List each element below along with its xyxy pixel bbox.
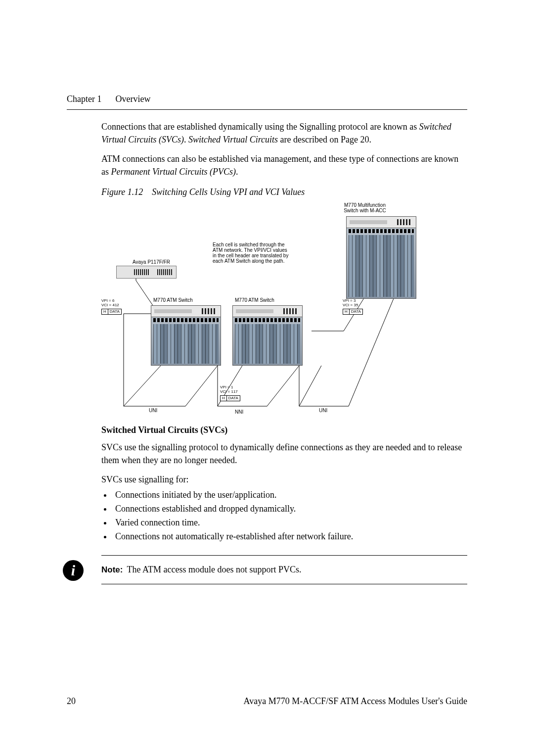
paragraph-2: ATM connections can also be established …	[101, 153, 467, 178]
label-line: M770 Multifunction	[330, 202, 400, 208]
section-heading-svcs: Switched Virtual Circuits (SVCs)	[101, 425, 467, 435]
list-item: Connections not automatically re-establi…	[112, 530, 467, 544]
cell-data: DATA	[350, 309, 363, 315]
figure-caption: Figure 1.12 Switching Cells Using VPI an…	[101, 187, 467, 197]
italic-term: Switched Virtual Circuits	[188, 135, 278, 144]
text-segment: .	[184, 135, 188, 144]
switch-1-label: M770 ATM Switch	[153, 297, 193, 303]
svc-paragraph-1: SVCs use the signalling protocol to dyna…	[101, 441, 467, 467]
cell-h: H	[220, 395, 227, 401]
cell-box-left: HDATA	[101, 309, 122, 315]
document-title: Avaya M770 M-ACCF/SF ATM Access Modules …	[244, 696, 467, 707]
list-item: Connections initiated by the user/applic…	[112, 488, 467, 502]
figure-title: Switching Cells Using VPI and VCI Values	[152, 187, 305, 197]
note-label: Note:	[101, 565, 123, 575]
label-line: Switch with M-ACC	[330, 208, 400, 213]
cell-h: H	[101, 309, 108, 315]
cell-data: DATA	[227, 395, 240, 401]
page-header: Chapter 1 Overview	[67, 94, 467, 110]
label-line: ATM network. The VPI/VCI values	[213, 247, 288, 253]
page-number: 20	[67, 696, 76, 707]
info-icon: i	[63, 560, 84, 581]
note-block: i Note: The ATM access module does not s…	[101, 555, 467, 584]
uni-label-2: UNI	[319, 408, 327, 413]
atm-switch-icon	[232, 305, 303, 366]
label-line: each ATM Switch along the path.	[213, 258, 288, 264]
cell-box-mid: HDATA	[220, 395, 240, 401]
vpi-right-label: VPI = 3 VCI = 35	[343, 299, 358, 307]
chapter-title: Overview	[115, 94, 150, 104]
label-line: in the cell header are translated by	[213, 253, 288, 258]
label-line: VCI = 117	[220, 390, 238, 394]
avaya-label: Avaya P117F/FR	[133, 259, 170, 265]
label-line: VCI = 412	[101, 303, 119, 307]
svg-line-2	[185, 366, 218, 406]
paragraph-1: Connections that are established dynamic…	[101, 121, 467, 146]
figure-number: Figure 1.12	[101, 187, 143, 197]
chapter-label: Chapter 1	[67, 94, 101, 104]
text-segment: .	[236, 167, 238, 177]
page-footer: 20 Avaya M770 M-ACCF/SF ATM Access Modul…	[67, 696, 467, 707]
text-segment: Connections that are established dynamic…	[101, 122, 419, 132]
svg-line-6	[267, 366, 299, 406]
atm-switch-icon	[151, 305, 221, 366]
figure-1-12: M770 Multifunction Switch with M-ACC Eac…	[101, 202, 423, 415]
vpi-left-label: VPI = 6 VCI = 412	[101, 299, 119, 307]
vpi-mid-label: VPI = 1 VCI = 117	[220, 385, 238, 394]
note-text: The ATM access module does not support P…	[127, 565, 301, 575]
m770-multifunction-switch-icon	[346, 216, 416, 299]
nni-label: NNI	[235, 409, 243, 415]
italic-term: Permanent Virtual Circuits (PVCs)	[111, 167, 236, 177]
text-segment: are described on Page 20.	[278, 135, 371, 144]
cell-h: H	[343, 309, 350, 315]
cell-data: DATA	[108, 309, 122, 315]
cell-box-right: HDATA	[343, 309, 363, 315]
uni-label: UNI	[149, 408, 157, 413]
svg-line-10	[299, 366, 321, 406]
label-line: Each cell is switched through the	[213, 242, 288, 247]
svc-paragraph-2: SVCs use signalling for:	[101, 473, 467, 486]
label-line: VCI = 35	[343, 303, 358, 307]
diagram-description: Each cell is switched through the ATM ne…	[213, 242, 288, 264]
svc-bullet-list: Connections initiated by the user/applic…	[101, 488, 467, 544]
list-item: Varied connection time.	[112, 516, 467, 530]
station-icon	[116, 266, 177, 279]
m770-multifunction-label: M770 Multifunction Switch with M-ACC	[330, 202, 400, 213]
list-item: Connections established and dropped dyna…	[112, 502, 467, 516]
switch-2-label: M770 ATM Switch	[235, 297, 274, 303]
svg-line-3	[124, 366, 161, 406]
